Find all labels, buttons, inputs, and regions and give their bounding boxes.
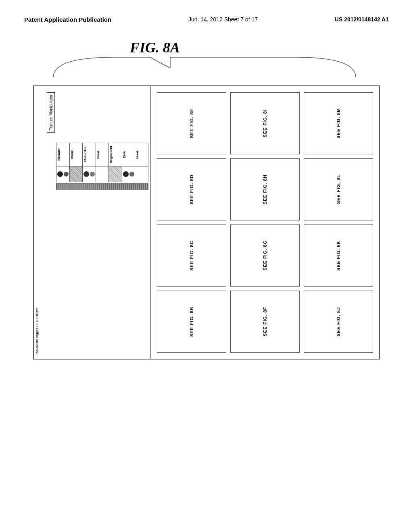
left-panel: Feature Manipulator Population: Tagged F…	[34, 86, 151, 359]
col-header-scatter: #Scatter	[57, 143, 60, 166]
see-fig-8b-box: SEE FIG. 8B	[157, 291, 226, 353]
cell-dna-circles	[122, 166, 135, 182]
diagram-outer-box: Feature Manipulator Population: Tagged F…	[33, 85, 380, 360]
see-fig-8j-box: SEE FIG. 8J	[304, 291, 373, 353]
see-fig-8c-label: SEE FIG. 8C	[189, 241, 194, 271]
see-fig-8g-box: SEE FIG. 8G	[230, 224, 300, 287]
cell-blank1-texture	[70, 166, 83, 182]
main-content: FIG. 8A Feature Manipulator Population: …	[0, 31, 413, 364]
see-fig-8m-label: SEE FIG. 8M	[336, 108, 341, 139]
see-fig-8i-label: SEE FIG. 8I	[263, 109, 267, 137]
population-label: Population: Tagged FITC Positive	[35, 308, 39, 355]
see-fig-8f-box: SEE FIG. 8F	[230, 291, 300, 353]
right-panel: SEE FIG. 8E SEE FIG. 8I SEE FIG. 8M SEE …	[151, 86, 379, 359]
col-header-hla-fitc: HLA-FITC	[83, 143, 87, 166]
see-fig-8l-box: SEE FIG. 8L	[304, 158, 373, 220]
see-fig-8c-box: SEE FIG. 8C	[157, 224, 226, 287]
col-header-blank2: blank	[96, 143, 100, 166]
see-fig-8g-label: SEE FIG. 8G	[263, 240, 267, 270]
col-header-brightfield: Bright-field	[109, 143, 113, 166]
see-fig-8e-box: SEE FIG. 8E	[157, 92, 226, 154]
see-fig-8j-label: SEE FIG. 8J	[336, 307, 341, 337]
col-header-dna: DNA	[123, 143, 126, 166]
cell-scatter-circles	[56, 166, 69, 182]
see-fig-8b-label: SEE FIG. 8B	[189, 307, 194, 337]
cell-hla-circles	[83, 166, 96, 182]
see-fig-8d-box: SEE FIG. 8D	[157, 158, 226, 220]
see-fig-8e-label: SEE FIG. 8E	[189, 108, 194, 138]
header-publication-type: Patent Application Publication	[24, 16, 111, 23]
see-fig-8k-label: SEE FIG. 8K	[336, 241, 341, 271]
figure-label-area: FIG. 8A	[33, 35, 380, 83]
page-header: Patent Application Publication Jun. 14, …	[0, 0, 413, 31]
inner-table-area: #Scatter blank HLA-FITC blank Bright-fie	[56, 143, 148, 347]
feature-manipulator-label: Feature Manipulator	[47, 92, 55, 133]
data-table: #Scatter blank HLA-FITC blank Bright-fie	[56, 143, 148, 182]
see-fig-8l-label: SEE FIG. 8L	[336, 175, 341, 204]
see-fig-8h-label: SEE FIG. 8H	[263, 175, 267, 205]
see-fig-8h-box: SEE FIG. 8H	[230, 158, 300, 220]
cell-blank2-empty	[96, 166, 109, 182]
col-header-blank3: blank	[136, 143, 139, 166]
see-fig-8k-box: SEE FIG. 8K	[304, 224, 373, 287]
see-fig-8i-box: SEE FIG. 8I	[230, 92, 300, 154]
see-fig-8d-label: SEE FIG. 8D	[189, 175, 194, 205]
col-header-blank1: blank	[70, 143, 74, 166]
header-patent-number: US 2012/0148142 A1	[335, 16, 389, 23]
cell-brightfield-texture	[109, 166, 122, 182]
cell-blank3-empty	[135, 166, 148, 182]
see-fig-8f-label: SEE FIG. 8F	[263, 307, 267, 336]
bottom-strip	[56, 183, 148, 190]
bracket-curve-svg	[33, 35, 380, 79]
see-fig-8m-box: SEE FIG. 8M	[304, 92, 373, 154]
header-date-sheet: Jun. 14, 2012 Sheet 7 of 17	[188, 16, 258, 23]
